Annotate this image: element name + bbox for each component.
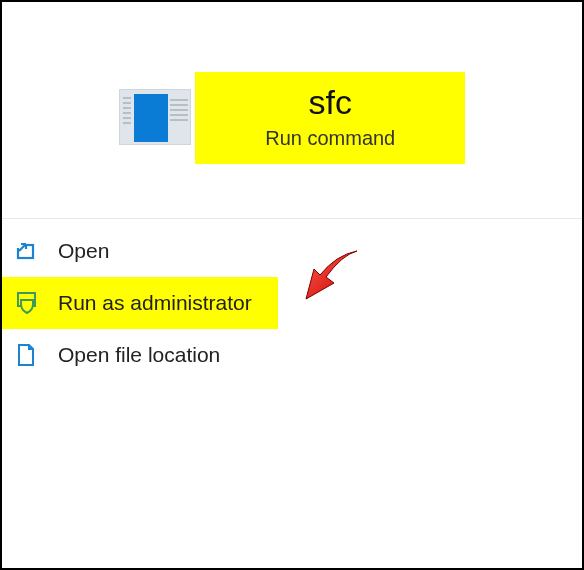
result-title: sfc bbox=[235, 84, 425, 121]
action-open-file-location[interactable]: Open file location bbox=[2, 329, 582, 381]
action-open-file-location-label: Open file location bbox=[58, 343, 220, 367]
search-result-header: sfc Run command bbox=[2, 2, 582, 164]
action-run-as-administrator[interactable]: Run as administrator bbox=[2, 277, 278, 329]
icon-text-lines bbox=[170, 96, 188, 124]
result-title-block[interactable]: sfc Run command bbox=[195, 72, 465, 164]
action-run-as-administrator-label: Run as administrator bbox=[58, 291, 252, 315]
icon-page bbox=[134, 94, 168, 142]
icon-nav-lines bbox=[122, 94, 132, 142]
program-icon bbox=[119, 89, 191, 145]
result-subtitle: Run command bbox=[235, 127, 425, 150]
shield-icon bbox=[16, 292, 44, 314]
file-location-icon bbox=[16, 343, 44, 367]
action-menu: Open Run as administrator bbox=[2, 219, 582, 381]
action-open[interactable]: Open bbox=[2, 225, 582, 277]
action-open-label: Open bbox=[58, 239, 109, 263]
open-icon bbox=[16, 241, 44, 261]
